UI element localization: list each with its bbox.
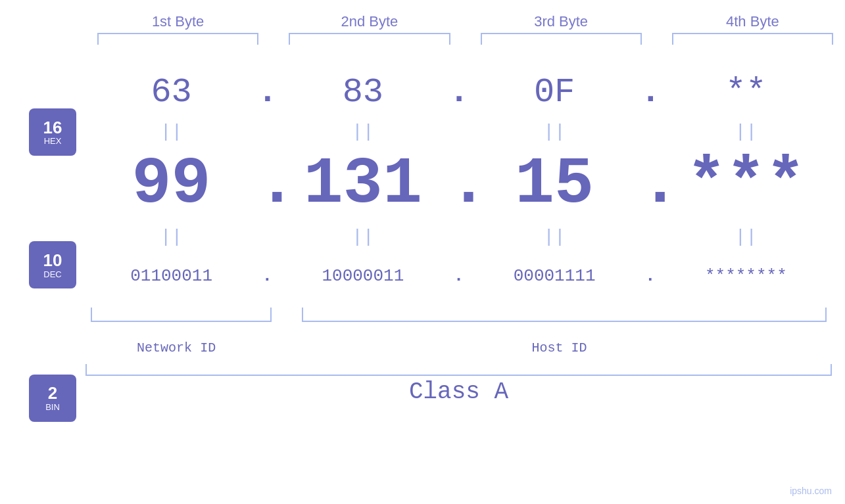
eq2-b2: || (277, 227, 448, 247)
eq1-b4: || (660, 122, 832, 142)
eq2-b3: || (469, 227, 640, 247)
class-label: Class A (85, 378, 832, 405)
hex-b4: ** (660, 73, 832, 112)
bin-b3: 00001111 (469, 266, 640, 286)
eq1-b3: || (469, 122, 640, 142)
hex-b1: 63 (85, 73, 257, 112)
bin-b1: 01100011 (85, 266, 257, 286)
hex-dot2: . (449, 73, 469, 112)
dec-dot1: . (257, 147, 277, 221)
eq1-b1: || (85, 122, 257, 142)
byte2-label: 2nd Byte (283, 13, 455, 30)
bin-b4: ******** (660, 266, 832, 286)
byte1-label: 1st Byte (92, 13, 264, 30)
network-id-label: Network ID (85, 340, 267, 355)
bin-dot2: . (449, 266, 469, 286)
bin-b2: 10000011 (277, 266, 448, 286)
bin-badge: 2 BIN (29, 375, 76, 422)
eq2-b1: || (85, 227, 257, 247)
dec-dot2: . (449, 147, 469, 221)
host-id-label: Host ID (287, 340, 832, 355)
hex-dot1: . (257, 73, 277, 112)
equals-row-2: || || || || (85, 223, 832, 250)
dec-row: 99 . 131 . 15 . *** (85, 145, 832, 223)
hex-b3: 0F (469, 73, 640, 112)
byte3-label: 3rd Byte (475, 13, 647, 30)
dec-b3: 15 (469, 147, 640, 221)
bin-row: 01100011 . 10000011 . 00001111 . *******… (85, 250, 832, 302)
dec-b4: *** (660, 147, 832, 221)
equals-row-1: || || || || (85, 118, 832, 145)
eq1-b2: || (277, 122, 448, 142)
dec-badge: 10 DEC (29, 241, 76, 288)
dec-dot3: . (640, 147, 660, 221)
byte4-label: 4th Byte (667, 13, 838, 30)
eq2-b4: || (660, 227, 832, 247)
bin-dot1: . (257, 266, 277, 286)
dec-b2: 131 (277, 147, 448, 221)
hex-row: 63 . 83 . 0F . ** (85, 66, 832, 118)
watermark: ipshu.com (790, 486, 832, 496)
hex-b2: 83 (277, 73, 448, 112)
hex-dot3: . (640, 73, 660, 112)
dec-b1: 99 (85, 147, 257, 221)
bin-dot3: . (640, 266, 660, 286)
hex-badge: 16 HEX (29, 108, 76, 156)
